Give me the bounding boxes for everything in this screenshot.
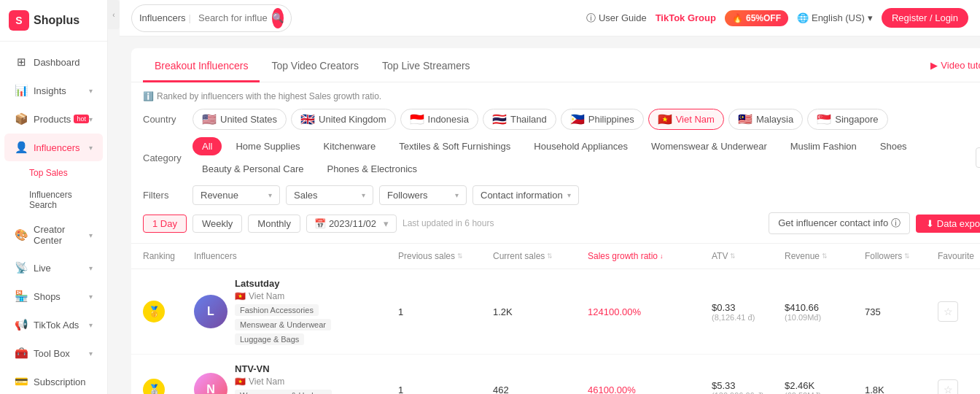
- filter-dropdowns: Revenue ▾ Sales ▾ Followers ▾ Contact: [192, 185, 579, 205]
- country-pill-my[interactable]: 🇲🇾 Malaysia: [728, 109, 803, 130]
- sidebar-item-label: Dashboard: [34, 57, 93, 68]
- subscription-icon: 💳: [15, 375, 28, 388]
- register-login-button[interactable]: Register / Login: [882, 8, 968, 28]
- cat-pill-kitchenware[interactable]: Kitchenware: [314, 137, 386, 155]
- category-dropdown-button[interactable]: ▾: [976, 147, 980, 168]
- video-tutorial-link[interactable]: ▶ Video tutorial: [930, 60, 980, 71]
- favourite-star-button[interactable]: ☆: [938, 301, 958, 322]
- growth-value: 46100.00%: [588, 385, 636, 395]
- col-followers[interactable]: Followers ⇅: [865, 251, 938, 261]
- logo[interactable]: S Shoplus: [0, 0, 107, 42]
- country-pill-ph[interactable]: 🇵🇭 Philippines: [561, 109, 644, 130]
- ph-flag: 🇵🇭: [570, 112, 585, 126]
- sidebar-item-label: Insights: [34, 85, 89, 96]
- cat-pill-womenswear[interactable]: Womenswear & Underwear: [642, 137, 777, 155]
- followers-filter-dropdown[interactable]: Followers ▾: [379, 185, 467, 205]
- favourite-star-button[interactable]: ☆: [938, 379, 958, 394]
- country-label: Indonesia: [428, 114, 469, 125]
- country-pill-us[interactable]: 🇺🇸 United States: [192, 109, 287, 130]
- sidebar-item-products[interactable]: 📦 Products hot ▾: [4, 105, 103, 133]
- country-pill-uk[interactable]: 🇬🇧 United Kingdom: [291, 109, 396, 130]
- influencer-name[interactable]: Latsutday: [235, 278, 398, 289]
- tag[interactable]: Menswear & Underwear: [235, 319, 331, 331]
- tag[interactable]: Womenswear & Under...: [235, 390, 332, 394]
- col-atv[interactable]: ATV ⇅: [712, 251, 785, 261]
- sales-filter-dropdown[interactable]: Sales ▾: [286, 185, 373, 205]
- influencer-cell: L Latsutday 🇻🇳 Viet Nam Fashion Accessor…: [194, 278, 398, 345]
- sidebar-subitem-influencers-search[interactable]: Influencers Search: [0, 184, 107, 216]
- cat-pill-muslim[interactable]: Muslim Fashion: [781, 137, 866, 155]
- tab-top-live-streamers[interactable]: Top Live Streamers: [370, 48, 482, 82]
- sidebar-item-influencers[interactable]: 👤 Influencers ▾: [4, 134, 103, 161]
- chevron-icon: ▾: [89, 115, 93, 123]
- language-selector[interactable]: 🌐 English (US) ▾: [797, 12, 873, 23]
- table-row: 🥇 L Latsutday 🇻🇳 Viet Nam: [131, 269, 980, 355]
- sidebar-item-shops[interactable]: 🏪 Shops ▾: [4, 282, 103, 310]
- prev-sales-value: 1: [398, 306, 403, 317]
- id-flag: 🇮🇩: [410, 112, 424, 126]
- cat-pill-all[interactable]: All: [192, 137, 222, 155]
- user-guide-link[interactable]: ⓘ User Guide: [586, 12, 647, 25]
- sidebar-item-creator-center[interactable]: 🎨 Creator Center ▾: [4, 217, 103, 253]
- tag[interactable]: Fashion Accessories: [235, 304, 319, 316]
- sidebar-item-subscription[interactable]: 💳 Subscription: [4, 368, 103, 394]
- time-monthly-button[interactable]: Monthly: [248, 215, 300, 233]
- col-prev-sales-label: Previous sales: [398, 251, 455, 261]
- sort-icon: ⇅: [547, 252, 553, 260]
- search-bar[interactable]: Influencers | 🔍: [131, 4, 292, 32]
- live-icon: 📡: [15, 261, 28, 274]
- chevron-icon: ▾: [89, 321, 93, 329]
- time-1day-button[interactable]: 1 Day: [143, 215, 187, 233]
- tag[interactable]: Luggage & Bags: [235, 333, 304, 345]
- sidebar-item-live[interactable]: 📡 Live ▾: [4, 254, 103, 282]
- country-pill-vn[interactable]: 🇻🇳 Viet Nam: [648, 109, 724, 130]
- data-export-button[interactable]: ⬇ Data export: [916, 215, 980, 233]
- info-icon: ℹ️: [143, 91, 154, 101]
- tab-breakout-influencers[interactable]: Breakout Influencers: [143, 48, 260, 82]
- get-contact-info-button[interactable]: Get influencer contact info ⓘ: [769, 212, 910, 234]
- col-curr-sales[interactable]: Current sales ⇅: [493, 251, 588, 261]
- tiktok-group-link[interactable]: TikTok Group: [656, 12, 716, 23]
- cat-pill-beauty[interactable]: Beauty & Personal Care: [192, 160, 313, 178]
- country-pill-id[interactable]: 🇮🇩 Indonesia: [400, 109, 478, 130]
- avatar: L: [194, 295, 228, 328]
- country-flag: 🇻🇳: [235, 376, 246, 387]
- chevron-down-icon: ▾: [362, 191, 365, 199]
- country-pill-sg[interactable]: 🇸🇬 Singapore: [807, 109, 887, 130]
- country-pill-th[interactable]: 🇹🇭 Thailand: [483, 109, 556, 130]
- contact-filter-dropdown[interactable]: Contact information ▾: [472, 185, 579, 205]
- sidebar-collapse-button[interactable]: ‹: [108, 0, 120, 29]
- sort-icon: ⇅: [730, 252, 736, 260]
- us-flag: 🇺🇸: [202, 112, 217, 126]
- cat-pill-household[interactable]: Household Appliances: [524, 137, 637, 155]
- col-growth[interactable]: Sales growth ratio ↓: [588, 251, 712, 261]
- sidebar-item-insights[interactable]: 📊 Insights ▾: [4, 77, 103, 104]
- revenue-filter-dropdown[interactable]: Revenue ▾: [192, 185, 280, 205]
- cat-pill-home-supplies[interactable]: Home Supplies: [226, 137, 309, 155]
- discount-badge[interactable]: 🔥 65%OFF: [725, 10, 788, 26]
- influencer-name[interactable]: NTV-VN: [235, 363, 398, 374]
- atv-value: $5.33: [712, 380, 785, 391]
- cat-pill-phones[interactable]: Phones & Electronics: [317, 160, 427, 178]
- sidebar-item-tiktok-ads[interactable]: 📢 TikTok Ads ▾: [4, 311, 103, 339]
- sort-icon: ⇅: [822, 252, 828, 260]
- time-filter-row: 1 Day Weekly Monthly 📅 2023/11/02 ▾ Last…: [143, 212, 980, 234]
- col-prev-sales[interactable]: Previous sales ⇅: [398, 251, 493, 261]
- time-weekly-button[interactable]: Weekly: [192, 215, 242, 233]
- col-revenue[interactable]: Revenue ⇅: [785, 251, 865, 261]
- revenue-value: $2.46K: [785, 380, 865, 391]
- cat-pill-textiles[interactable]: Textiles & Soft Furnishings: [389, 137, 520, 155]
- followers-value: 1.8K: [865, 385, 884, 395]
- search-type-dropdown[interactable]: Influencers: [139, 12, 186, 23]
- cat-pill-shoes[interactable]: Shoes: [871, 137, 917, 155]
- tab-top-video-creators[interactable]: Top Video Creators: [260, 48, 370, 82]
- sidebar-item-tool-box[interactable]: 🧰 Tool Box ▾: [4, 339, 103, 367]
- date-picker[interactable]: 📅 2023/11/02 ▾: [306, 215, 397, 233]
- avatar: N: [194, 373, 228, 394]
- curr-sales-value: 462: [493, 385, 509, 395]
- sidebar-item-dashboard[interactable]: ⊞ Dashboard: [4, 48, 103, 76]
- search-button[interactable]: 🔍: [272, 8, 284, 28]
- search-input[interactable]: [194, 12, 272, 23]
- sidebar-subitem-top-sales[interactable]: Top Sales: [0, 162, 107, 184]
- download-icon: ⬇: [926, 218, 934, 229]
